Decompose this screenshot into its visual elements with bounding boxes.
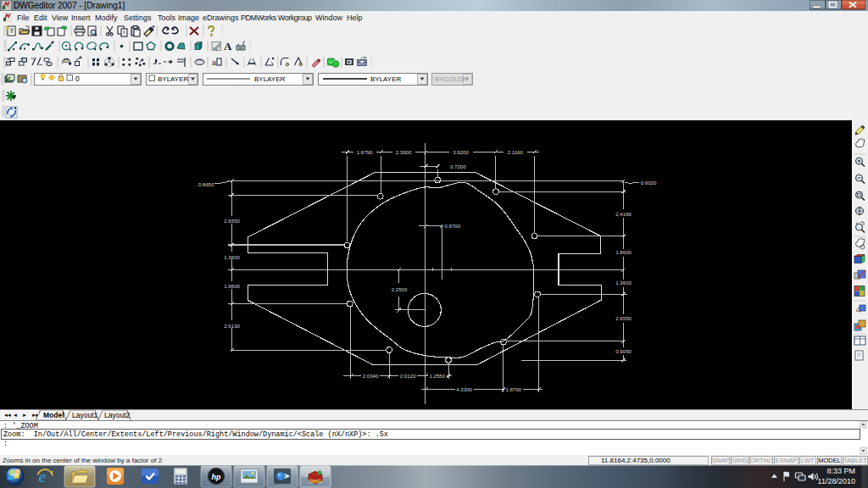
svg-text:2.4180: 2.4180	[615, 211, 632, 217]
svg-text:a: a	[212, 58, 216, 67]
svg-text:0.9050: 0.9050	[615, 348, 632, 354]
svg-text:2.6550: 2.6550	[615, 315, 632, 321]
svg-text:BYLAYER: BYLAYER	[370, 75, 402, 83]
svg-text:0.6020: 0.6020	[641, 180, 657, 186]
svg-text:Layout2: Layout2	[104, 411, 131, 419]
svg-text:1.3600: 1.3600	[224, 254, 240, 260]
svg-text:1.8600: 1.8600	[615, 249, 632, 255]
svg-text:2.1160: 2.1160	[508, 149, 524, 155]
svg-text:Model: Model	[43, 411, 64, 419]
svg-text:0.9700: 0.9700	[445, 223, 461, 229]
svg-text:A: A	[224, 40, 232, 53]
svg-text:1.3600: 1.3600	[615, 280, 632, 286]
svg-text:hp: hp	[212, 473, 221, 481]
svg-text:0: 0	[75, 75, 80, 83]
svg-text:2.0340: 2.0340	[363, 373, 379, 379]
svg-text:BYLAYER: BYLAYER	[158, 75, 189, 83]
svg-text:0.8650: 0.8650	[198, 181, 214, 187]
svg-text:2.3900: 2.3900	[396, 149, 412, 155]
svg-text:1.8790: 1.8790	[505, 386, 521, 392]
svg-text:BYLAYER: BYLAYER	[254, 75, 286, 83]
svg-text:0.7200: 0.7200	[450, 164, 466, 169]
svg-text:3.9200: 3.9200	[453, 149, 469, 155]
svg-text:2.6550: 2.6550	[224, 218, 240, 224]
svg-text:1.8600: 1.8600	[224, 283, 240, 289]
svg-text:2.6130: 2.6130	[224, 323, 240, 329]
svg-text:4.3300: 4.3300	[456, 386, 472, 392]
svg-text:DWG: DWG	[309, 479, 322, 484]
svg-text:1.8790: 1.8790	[357, 149, 373, 155]
svg-text:Layout1: Layout1	[72, 411, 98, 419]
svg-text:1.2550: 1.2550	[429, 373, 445, 379]
svg-text:2.2500: 2.2500	[392, 286, 408, 292]
svg-text:BYCOLOR: BYCOLOR	[435, 75, 468, 83]
svg-text:2.0120: 2.0120	[400, 373, 416, 379]
